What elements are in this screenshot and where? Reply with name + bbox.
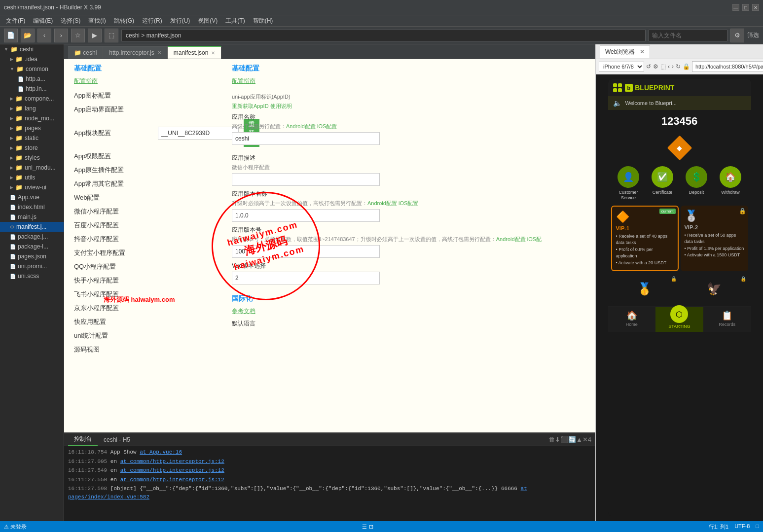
sidebar-item-appvue[interactable]: 📄 App.vue: [0, 192, 64, 202]
browser-lock-btn[interactable]: 🔒: [683, 62, 690, 71]
nav-home[interactable]: 🏠 Home: [608, 307, 656, 332]
console-filter-btn[interactable]: ⬇: [555, 436, 560, 443]
appver-input[interactable]: [232, 209, 380, 222]
console-tab-console[interactable]: 控制台: [68, 433, 98, 446]
tab-manifest[interactable]: manifest.json ✕: [168, 46, 222, 59]
menu-find[interactable]: 查找(I): [84, 16, 109, 26]
vip-card-3[interactable]: 🔒 🥇: [611, 274, 679, 304]
android-config-link2[interactable]: Android配置: [367, 200, 397, 206]
appname-input[interactable]: [232, 132, 380, 145]
browser-close-icon[interactable]: ✕: [640, 48, 645, 55]
sidebar-item-pagesjson[interactable]: 📄 pages.json: [0, 251, 64, 261]
console-link[interactable]: at common/http.interceptor.js:12: [120, 459, 224, 464]
phone-icon-deposit[interactable]: 💲 Deposit: [681, 166, 712, 201]
android-config-link3[interactable]: Android配置: [496, 236, 526, 242]
sidebar-item-http-in[interactable]: 📄 http.in...: [0, 84, 64, 94]
browser-refresh-btn[interactable]: ↻: [676, 62, 681, 71]
open-file-button[interactable]: 📂: [21, 29, 35, 42]
sidebar-item-unimod[interactable]: ▶ 📁 uni_modu...: [0, 163, 64, 173]
vip-card-4[interactable]: 🔒 🦅: [681, 274, 748, 304]
menu-goto[interactable]: 跳转(G): [110, 16, 138, 26]
maximize-button[interactable]: □: [742, 4, 749, 11]
i18n-doc-link[interactable]: 参考文档: [232, 307, 585, 316]
sidebar-item-uniscss[interactable]: 📄 uni.scss: [0, 271, 64, 281]
device-selector[interactable]: iPhone 6/7/8: [599, 62, 644, 71]
new-file-button[interactable]: 📄: [4, 29, 18, 42]
nav-btn[interactable]: ⬚: [105, 29, 118, 42]
phone-icon-certificate[interactable]: ✅ Certificate: [647, 166, 678, 201]
browser-forward-btn[interactable]: ›: [672, 62, 674, 71]
sidebar-item-uview[interactable]: ▶ 📁 uview-ui: [0, 182, 64, 192]
appvernum-input[interactable]: [232, 245, 380, 258]
ios-config-link3[interactable]: iOS配: [527, 236, 542, 242]
filter-button[interactable]: ⚙: [730, 29, 744, 42]
menu-help[interactable]: 帮助(H): [249, 16, 277, 26]
browser-back-btn[interactable]: ‹: [668, 62, 670, 71]
phone-icon-withdraw[interactable]: 🏠 Withdraw: [715, 166, 746, 201]
console-clear-btn[interactable]: 🗑: [548, 436, 555, 443]
sidebar-item-packagej[interactable]: 📄 package.j...: [0, 232, 64, 242]
browser-window-btn[interactable]: ⬚: [660, 62, 666, 71]
tab-close-icon[interactable]: ✕: [211, 50, 215, 56]
sidebar-item-common[interactable]: ▼ 📁 common: [0, 64, 64, 74]
forward-button[interactable]: ›: [54, 29, 68, 42]
sidebar-item-lang[interactable]: ▶ 📁 lang: [0, 104, 64, 113]
vue-version-input[interactable]: [232, 272, 380, 284]
back-button[interactable]: ‹: [37, 29, 51, 42]
nav-records[interactable]: 📋 Records: [703, 307, 751, 332]
android-config-link[interactable]: Android配置: [286, 123, 316, 129]
sidebar-item-ceshi[interactable]: ▼ 📁 ceshi: [0, 44, 64, 54]
sidebar-item-utils[interactable]: ▶ 📁 utils: [0, 173, 64, 182]
minimize-button[interactable]: —: [732, 4, 739, 11]
appid-use-link[interactable]: 重新获取AppID 使用说明: [232, 103, 292, 109]
bookmark-button[interactable]: ☆: [71, 29, 85, 42]
config-guide-link2[interactable]: 配置指南: [232, 77, 585, 85]
console-link[interactable]: at common/http.interceptor.js:12: [120, 477, 224, 483]
appid-input[interactable]: [158, 127, 239, 140]
sidebar-item-static[interactable]: ▶ 📁 static: [0, 133, 64, 143]
sidebar-item-store[interactable]: ▶ 📁 store: [0, 143, 64, 153]
search-input[interactable]: [649, 30, 727, 41]
sidebar-item-manifest[interactable]: ⚙ manifest.j...: [0, 222, 64, 232]
sidebar-item-styles[interactable]: ▶ 📁 styles: [0, 153, 64, 163]
sidebar-item-packagelock[interactable]: 📄 package-l...: [0, 242, 64, 251]
close-button[interactable]: ✕: [752, 4, 759, 11]
sidebar-item-pages[interactable]: ▶ 📁 pages: [0, 123, 64, 133]
tab-http-interceptor[interactable]: http.interceptor.js ✕: [103, 46, 167, 59]
console-stop-btn[interactable]: ⬛: [560, 436, 568, 443]
menu-edit[interactable]: 编辑(E): [29, 16, 57, 26]
menu-publish[interactable]: 发行(U): [166, 16, 194, 26]
browser-tab[interactable]: Web浏览器 ✕: [600, 45, 650, 58]
tab-close-icon[interactable]: ✕: [157, 50, 161, 55]
menu-run[interactable]: 运行(R): [138, 16, 166, 26]
menu-view[interactable]: 视图(V): [194, 16, 221, 26]
vip-card-2[interactable]: 🔒 🥈 VIP-2 • Receive a set of 50 apps dat…: [681, 206, 748, 272]
console-link[interactable]: at common/http.interceptor.js:12: [120, 467, 224, 473]
sidebar-item-unipromise[interactable]: 📄 uni.promi...: [0, 261, 64, 271]
menu-tools[interactable]: 工具(T): [221, 16, 249, 26]
console-scroll-up[interactable]: ▲: [576, 436, 582, 443]
console-link[interactable]: at App.vue:16: [140, 449, 182, 455]
tab-ceshi[interactable]: 📁 ceshi: [68, 46, 103, 59]
run-button[interactable]: ▶: [88, 29, 102, 42]
menu-select[interactable]: 选择(S): [57, 16, 84, 26]
sidebar-item-compone[interactable]: ▶ 📁 compone...: [0, 94, 64, 104]
sidebar-item-index-html[interactable]: 📄 index.html: [0, 202, 64, 212]
appdesc-input[interactable]: [232, 173, 380, 186]
browser-settings-btn[interactable]: ⚙: [653, 62, 658, 71]
sidebar-item-http-a[interactable]: 📄 http.a...: [0, 74, 64, 84]
ios-config-link2[interactable]: iOS配置: [399, 200, 418, 206]
console-restart-btn[interactable]: 🔄: [568, 436, 576, 443]
sidebar-item-idea[interactable]: ▶ 📁 .idea: [0, 54, 64, 64]
vip-card-1[interactable]: current 🔶 VIP-1 • Receive a set of 40 ap…: [611, 206, 679, 272]
ios-config-link[interactable]: iOS配置: [317, 123, 337, 129]
url-input[interactable]: [692, 61, 763, 72]
menu-file[interactable]: 文件(F): [2, 16, 29, 26]
console-tab-ceshi[interactable]: ceshi - H5: [98, 434, 136, 445]
browser-rotate-btn[interactable]: ↺: [646, 62, 651, 71]
config-guide-link[interactable]: 配置指南: [74, 77, 212, 85]
phone-icon-customer[interactable]: 👤 CustomerService: [613, 166, 644, 201]
sidebar-item-mainjs[interactable]: 📄 main.js: [0, 212, 64, 222]
sidebar-item-node[interactable]: ▶ 📁 node_mo...: [0, 113, 64, 123]
nav-starting[interactable]: ⬡ STARTING: [655, 307, 703, 332]
